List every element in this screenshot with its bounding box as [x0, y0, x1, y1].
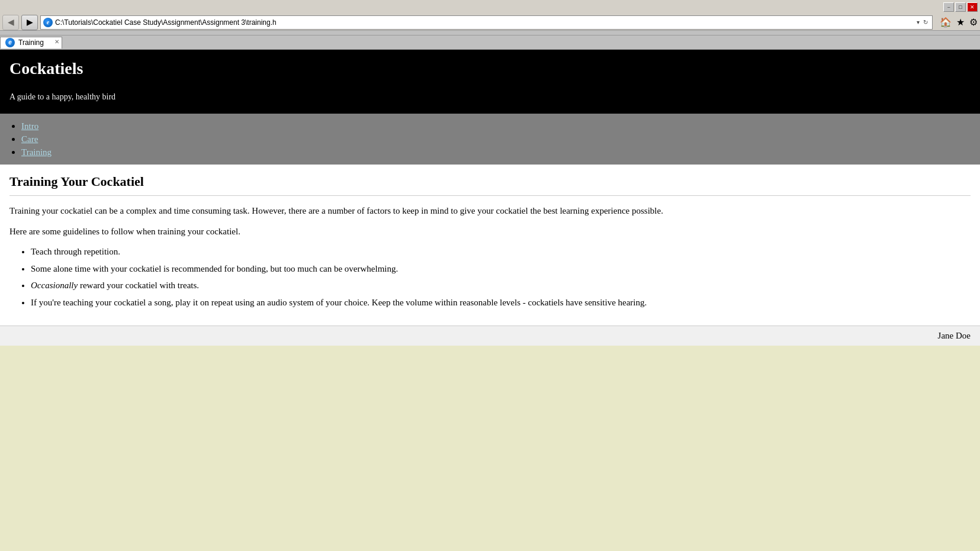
window-controls: − □ ✕	[943, 2, 978, 12]
occasionally-italic: Occasionally	[31, 281, 78, 290]
home-icon[interactable]: 🏠	[940, 17, 952, 28]
tab-favicon: e	[5, 38, 15, 47]
list-item-3: Occasionally reward your cockatiel with …	[31, 279, 971, 292]
tab-label: Training	[18, 38, 44, 47]
browser-tab[interactable]: e Training ✕	[0, 37, 62, 49]
guidelines-paragraph: Here are some guidelines to follow when …	[9, 225, 971, 239]
browser-chrome: − □ ✕ ◀ ▶ e C:\Tutorials\Cockatiel Case …	[0, 0, 980, 36]
minimize-button[interactable]: −	[943, 2, 954, 12]
nav-list: Intro Care Training	[9, 121, 971, 157]
title-bar: − □ ✕	[0, 0, 980, 14]
page-icon: e	[43, 18, 53, 27]
settings-icon[interactable]: ⚙	[969, 17, 978, 28]
guidelines-list: Teach through repetition. Some alone tim…	[9, 245, 971, 309]
maximize-button[interactable]: □	[955, 2, 966, 12]
nav-address-bar: ◀ ▶ e C:\Tutorials\Cockatiel Case Study\…	[0, 14, 980, 31]
list-item-1: Teach through repetition.	[31, 245, 971, 259]
close-button[interactable]: ✕	[967, 2, 978, 12]
site-title: Cockatiels	[9, 59, 971, 78]
forward-button[interactable]: ▶	[21, 15, 38, 30]
favorites-icon[interactable]: ★	[956, 17, 965, 28]
address-bar[interactable]: e C:\Tutorials\Cockatiel Case Study\Assi…	[40, 15, 933, 30]
site-header: Cockatiels A guide to a happy, healthy b…	[0, 50, 980, 114]
nav-link-training[interactable]: Training	[21, 147, 52, 157]
list-item-4: If you're teaching your cockatiel a song…	[31, 296, 971, 310]
footer-author: Jane Doe	[938, 331, 971, 340]
nav-link-care[interactable]: Care	[21, 134, 38, 144]
address-dropdown-btn[interactable]: ▾	[915, 19, 921, 25]
list-item-3-suffix: reward your cockatiel with treats.	[78, 281, 199, 290]
nav-link-intro[interactable]: Intro	[21, 121, 38, 131]
site-subtitle: A guide to a happy, healthy bird	[9, 92, 971, 102]
page-footer: Jane Doe	[0, 326, 980, 346]
site-nav: Intro Care Training	[0, 114, 980, 165]
content-divider	[9, 195, 971, 196]
refresh-btn[interactable]: ↻	[921, 19, 930, 25]
tab-close-button[interactable]: ✕	[54, 38, 59, 45]
nav-item-intro: Intro	[21, 121, 971, 131]
back-button[interactable]: ◀	[2, 15, 19, 30]
content-heading: Training Your Cockatiel	[9, 174, 971, 189]
nav-item-care: Care	[21, 134, 971, 144]
tabs-row: e Training ✕	[0, 36, 980, 50]
page-wrapper: Cockatiels A guide to a happy, healthy b…	[0, 50, 980, 551]
url-text: C:\Tutorials\Cockatiel Case Study\Assign…	[55, 18, 915, 27]
content-area: Training Your Cockatiel Training your co…	[0, 165, 980, 326]
list-item-2: Some alone time with your cockatiel is r…	[31, 262, 971, 276]
intro-paragraph: Training your cockatiel can be a complex…	[9, 204, 971, 218]
nav-item-training: Training	[21, 147, 971, 157]
